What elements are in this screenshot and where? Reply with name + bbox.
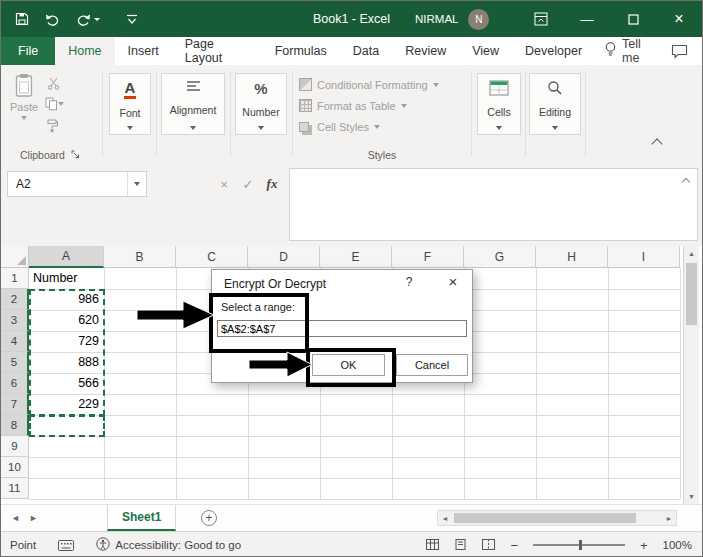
format-painter-button[interactable]: [46, 119, 58, 133]
normal-view-button[interactable]: [426, 539, 439, 552]
column-header-G[interactable]: G: [464, 246, 536, 268]
column-header-A[interactable]: A: [29, 246, 104, 268]
scroll-down-button[interactable]: ▼: [684, 489, 699, 504]
accessibility-status[interactable]: Accessibility: Good to go: [96, 537, 241, 553]
ribbon-format-as-table[interactable]: Format as Table: [299, 95, 467, 116]
customize-quick-access-button[interactable]: [126, 14, 138, 25]
keyboard-icon[interactable]: [58, 540, 74, 551]
tab-formulas[interactable]: Formulas: [262, 37, 340, 65]
vertical-scrollbar-thumb[interactable]: [686, 263, 697, 325]
page-layout-view-button[interactable]: [454, 539, 467, 552]
zoom-out-button[interactable]: −: [510, 538, 518, 553]
editing-group-button[interactable]: Editing: [529, 73, 581, 135]
row-header-6[interactable]: 6: [1, 373, 29, 394]
redo-button[interactable]: [76, 13, 100, 26]
row-header-7[interactable]: 7: [1, 394, 29, 415]
zoom-in-button[interactable]: +: [640, 538, 648, 553]
normal-view-icon: [426, 539, 439, 550]
scroll-left-button[interactable]: ◄: [438, 511, 452, 525]
redo-dropdown-icon[interactable]: [94, 18, 100, 21]
maximize-button[interactable]: [610, 1, 656, 37]
column-header-D[interactable]: D: [248, 246, 320, 268]
account-area[interactable]: NIRMAL N: [415, 1, 489, 37]
tab-insert[interactable]: Insert: [115, 37, 172, 65]
save-button[interactable]: [15, 12, 29, 26]
number-group-button[interactable]: % Number: [235, 73, 287, 135]
sheet-tab-sheet1[interactable]: Sheet1: [107, 505, 176, 531]
row-header-9[interactable]: 9: [1, 436, 29, 457]
column-header-B[interactable]: B: [104, 246, 176, 268]
cells-group-button[interactable]: Cells: [477, 73, 521, 135]
tab-home[interactable]: Home: [55, 37, 114, 65]
name-box-dropdown[interactable]: [127, 172, 146, 196]
column-header-E[interactable]: E: [320, 246, 392, 268]
vertical-scrollbar[interactable]: ▲ ▼: [683, 246, 699, 504]
range-input[interactable]: [217, 320, 467, 337]
scroll-right-button[interactable]: ►: [662, 511, 676, 525]
clipboard-group-label: Clipboard: [20, 149, 65, 161]
undo-button[interactable]: [45, 13, 60, 26]
tab-data[interactable]: Data: [340, 37, 392, 65]
cell-A1[interactable]: Number: [29, 268, 103, 288]
ribbon-tab-bar: File HomeInsertPage LayoutFormulasDataRe…: [1, 37, 702, 65]
row-header-10[interactable]: 10: [1, 457, 29, 478]
dialog-help-button[interactable]: ?: [400, 275, 418, 289]
tab-view[interactable]: View: [459, 37, 512, 65]
tab-developer[interactable]: Developer: [512, 37, 595, 65]
insert-function-button[interactable]: fx: [261, 171, 283, 197]
column-header-C[interactable]: C: [176, 246, 248, 268]
clipboard-dialog-launcher[interactable]: [71, 149, 80, 161]
zoom-level[interactable]: 100%: [663, 539, 692, 551]
new-sheet-button[interactable]: +: [201, 510, 217, 526]
name-box-value: A2: [16, 177, 31, 191]
ok-button[interactable]: OK: [312, 354, 385, 376]
cancel-button[interactable]: Cancel: [396, 354, 468, 376]
minimize-button[interactable]: —: [564, 1, 610, 37]
ribbon-conditional-formatting[interactable]: Conditional Formatting: [299, 74, 467, 95]
close-button[interactable]: ×: [656, 1, 702, 37]
page-break-view-button[interactable]: [482, 539, 495, 552]
tab-review[interactable]: Review: [392, 37, 459, 65]
tab-page-layout[interactable]: Page Layout: [172, 37, 262, 65]
scroll-up-button[interactable]: ▲: [684, 246, 699, 261]
row-header-2[interactable]: 2: [1, 289, 29, 310]
quick-access-toolbar: [15, 1, 138, 37]
comment-icon[interactable]: [671, 37, 702, 65]
ribbon-display-options-button[interactable]: [518, 1, 564, 37]
row-header-8[interactable]: 8: [1, 415, 29, 436]
dialog-close-button[interactable]: ×: [440, 273, 466, 290]
collapse-formula-bar-icon[interactable]: [682, 178, 690, 186]
zoom-slider[interactable]: [533, 544, 625, 546]
selection-range-a2-a7: [29, 289, 105, 416]
horizontal-scrollbar-thumb[interactable]: [454, 513, 636, 523]
row-header-3[interactable]: 3: [1, 310, 29, 331]
sheet-nav-left[interactable]: ◄: [11, 505, 20, 531]
formula-input[interactable]: [289, 168, 698, 241]
column-header-H[interactable]: H: [536, 246, 608, 268]
font-group-button[interactable]: A Font: [109, 73, 151, 135]
horizontal-scrollbar[interactable]: ◄ ►: [437, 510, 677, 526]
row-header-5[interactable]: 5: [1, 352, 29, 373]
name-box[interactable]: A2: [7, 171, 147, 197]
enter-entry-button[interactable]: ✓: [237, 171, 259, 197]
copy-dropdown-icon[interactable]: [58, 102, 64, 106]
row-header-1[interactable]: 1: [1, 268, 29, 289]
row-header-11[interactable]: 11: [1, 478, 29, 499]
column-header-F[interactable]: F: [392, 246, 464, 268]
alignment-group-button[interactable]: Alignment: [161, 73, 225, 135]
sheet-nav-right[interactable]: ►: [29, 505, 38, 531]
row-header-4[interactable]: 4: [1, 331, 29, 352]
user-avatar[interactable]: N: [468, 9, 489, 30]
zoom-slider-thumb[interactable]: [579, 540, 582, 550]
collapse-ribbon-button[interactable]: [649, 137, 665, 151]
select-all-corner[interactable]: [1, 246, 29, 268]
cut-button[interactable]: [47, 77, 60, 90]
tell-me[interactable]: Tell me: [595, 37, 671, 65]
column-header-I[interactable]: I: [608, 246, 680, 268]
copy-button[interactable]: [45, 97, 64, 111]
paste-dropdown-icon[interactable]: [21, 116, 27, 120]
cancel-entry-button[interactable]: ×: [213, 171, 235, 197]
paste-button[interactable]: Paste: [7, 73, 41, 139]
tab-file[interactable]: File: [1, 37, 55, 65]
ribbon-cell-styles[interactable]: Cell Styles: [299, 116, 467, 137]
